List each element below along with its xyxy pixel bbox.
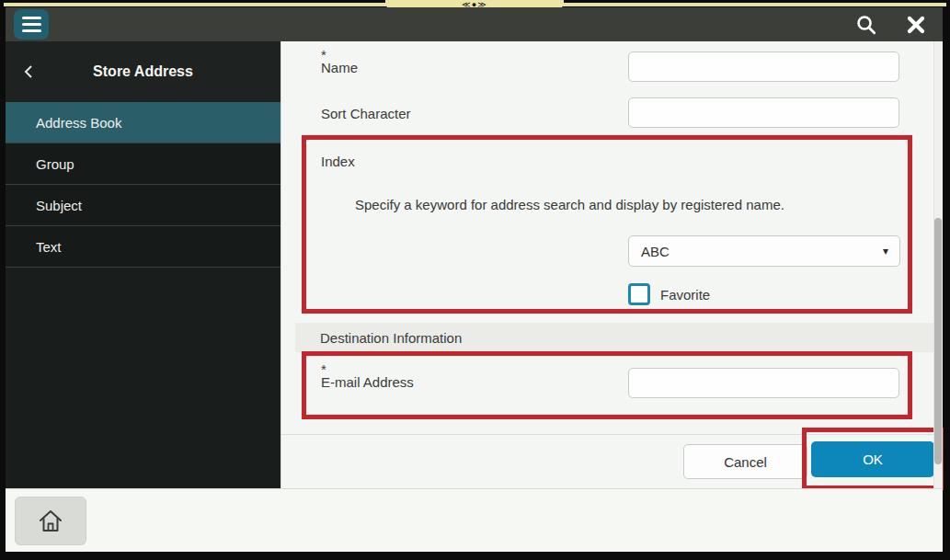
chevron-down-icon: ▾ (883, 245, 899, 257)
cancel-button[interactable]: Cancel (683, 444, 807, 479)
destination-information-header: Destination Information (295, 323, 933, 352)
index-dropdown[interactable]: ABC ▾ (628, 235, 900, 267)
highlight-box-email: * E-mail Address (302, 351, 912, 419)
sort-character-input[interactable] (628, 97, 899, 128)
sidebar-item-text[interactable]: Text (6, 226, 280, 268)
favorite-checkbox[interactable] (628, 283, 650, 305)
topbar (6, 7, 943, 41)
index-dropdown-value: ABC (629, 244, 883, 259)
favorite-label: Favorite (660, 287, 710, 303)
highlight-box-ok: OK (802, 428, 944, 490)
chevron-left-icon (22, 63, 35, 80)
sidebar: Store Address Address Book Group Subject… (6, 41, 280, 488)
email-input[interactable] (628, 368, 899, 398)
sidebar-item-label: Group (36, 156, 74, 172)
magnifier-icon (854, 13, 878, 37)
name-input[interactable] (628, 51, 899, 82)
email-label: E-mail Address (321, 374, 414, 390)
highlight-box-index: Index Specify a keyword for address sear… (302, 135, 912, 314)
page-title: Store Address (93, 63, 193, 80)
scrollbar-thumb[interactable] (934, 218, 942, 464)
sidebar-item-group[interactable]: Group (6, 143, 280, 185)
sidebar-item-label: Text (36, 239, 62, 255)
store-address-form: * Name Sort Character Index Specify a ke… (280, 41, 943, 488)
home-icon (36, 507, 65, 536)
ok-button[interactable]: OK (811, 441, 934, 477)
sidebar-item-label: Subject (36, 198, 82, 213)
sidebar-item-label: Address Book (36, 115, 121, 131)
back-button[interactable] (18, 60, 39, 84)
home-button[interactable] (15, 497, 86, 545)
search-button[interactable] (854, 13, 878, 37)
name-label: Name (321, 60, 358, 75)
scrollbar-track[interactable] (933, 41, 943, 488)
sidebar-item-address-book[interactable]: Address Book (6, 102, 280, 143)
sidebar-header: Store Address (6, 41, 280, 102)
topbar-icons (854, 7, 928, 41)
close-button[interactable] (904, 13, 928, 37)
footer-bar (6, 488, 943, 552)
x-icon (906, 15, 926, 35)
index-label: Index (321, 154, 355, 169)
sort-character-label: Sort Character (321, 106, 411, 121)
menu-button[interactable] (14, 9, 49, 40)
destination-information-title: Destination Information (295, 330, 462, 346)
index-description: Specify a keyword for address search and… (355, 197, 784, 212)
sidebar-item-subject[interactable]: Subject (6, 185, 280, 226)
